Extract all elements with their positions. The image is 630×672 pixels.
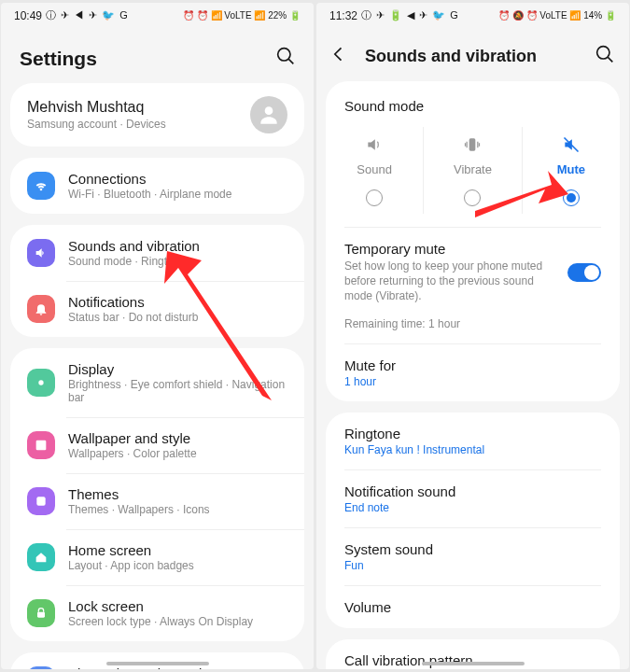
bell-icon	[27, 295, 55, 323]
sound-mode-label: Sound mode	[326, 81, 620, 121]
row-themes[interactable]: Themes Themes · Wallpapers · Icons	[10, 473, 304, 529]
group-display: Display Brightness · Eye comfort shield …	[10, 348, 304, 641]
search-icon[interactable]	[595, 45, 614, 68]
status-time: 10:49	[14, 9, 42, 22]
profile-card[interactable]: Mehvish Mushtaq Samsung account · Device…	[10, 83, 304, 147]
status-bar: 10:49 ⓘ ✈ ◀ ✈ 🐦 G ⏰ ⏰ 📶 VoLTE 📶 22% 🔋	[1, 3, 314, 28]
remaining-time: Remaining time: 1 hour	[326, 317, 620, 343]
page-title: Sounds and vibration	[365, 47, 579, 66]
radio-sound[interactable]	[366, 189, 383, 206]
page-title: Settings	[20, 48, 97, 70]
mode-vibrate[interactable]: Vibrate	[423, 127, 521, 214]
profile-name: Mehvish Mushtaq	[27, 99, 166, 116]
vibrate-icon	[462, 134, 483, 155]
image-icon	[27, 431, 55, 459]
temporary-mute-row[interactable]: Temporary mute Set how long to keep your…	[326, 228, 620, 317]
avatar	[250, 96, 287, 133]
home-icon	[27, 543, 55, 571]
radio-vibrate[interactable]	[464, 189, 481, 206]
system-sound-row[interactable]: System sound Fun	[326, 528, 620, 585]
svg-rect-6	[469, 138, 476, 150]
mute-icon	[561, 134, 581, 155]
row-lock-screen[interactable]: Lock screen Screen lock type · Always On…	[10, 585, 304, 641]
volume-row[interactable]: Volume	[326, 586, 620, 628]
search-icon[interactable]	[276, 47, 295, 70]
lock-icon	[27, 599, 55, 627]
gesture-bar	[106, 662, 209, 665]
row-home-screen[interactable]: Home screen Layout · App icon badges	[10, 529, 304, 585]
group-connections: Connections Wi-Fi · Bluetooth · Airplane…	[10, 158, 304, 214]
status-icons-left: ⓘ ✈ 🔋 ◀ ✈ 🐦 G	[361, 8, 459, 22]
row-notifications[interactable]: Notifications Status bar · Do not distur…	[10, 281, 304, 337]
status-bar: 11:32 ⓘ ✈ 🔋 ◀ ✈ 🐦 G ⏰ 🔕 ⏰ VoLTE 📶 14% 🔋	[316, 3, 629, 28]
svg-point-0	[265, 106, 273, 115]
group-biometrics: Biometrics and security Face recognition…	[10, 652, 304, 669]
group-sounds: Sounds and vibration Sound mode · Ringto…	[10, 225, 304, 337]
palette-icon	[27, 487, 55, 515]
radio-mute[interactable]	[563, 189, 580, 206]
sun-icon	[27, 369, 55, 397]
sounds-screen: 11:32 ⓘ ✈ 🔋 ◀ ✈ 🐦 G ⏰ 🔕 ⏰ VoLTE 📶 14% 🔋 …	[316, 3, 629, 669]
notification-sound-row[interactable]: Notification sound End note	[326, 470, 620, 527]
settings-screen: 10:49 ⓘ ✈ ◀ ✈ 🐦 G ⏰ ⏰ 📶 VoLTE 📶 22% 🔋 Se…	[1, 3, 314, 669]
sound-mode-card: Sound mode Sound Vibrate Mute	[326, 81, 620, 401]
profile-sub: Samsung account · Devices	[27, 118, 166, 131]
wifi-icon	[27, 172, 55, 200]
back-button[interactable]	[329, 45, 348, 68]
row-biometrics[interactable]: Biometrics and security Face recognition…	[10, 652, 304, 669]
row-display[interactable]: Display Brightness · Eye comfort shield …	[10, 348, 304, 417]
mute-for-row[interactable]: Mute for 1 hour	[326, 344, 620, 401]
mode-sound[interactable]: Sound	[326, 127, 423, 214]
status-time: 11:32	[329, 9, 357, 22]
sound-icon	[364, 134, 385, 155]
status-icons-right: ⏰ 🔕 ⏰ VoLTE 📶 14% 🔋	[498, 10, 616, 21]
status-icons-right: ⏰ ⏰ 📶 VoLTE 📶 22% 🔋	[183, 10, 301, 21]
svg-rect-4	[36, 497, 45, 505]
svg-point-1	[38, 380, 43, 385]
speaker-icon	[27, 239, 55, 267]
mode-mute[interactable]: Mute	[522, 127, 620, 214]
sounds-card: Ringtone Kun Faya kun ! Instrumental Not…	[326, 413, 620, 628]
row-sounds-vibration[interactable]: Sounds and vibration Sound mode · Ringto…	[10, 225, 304, 281]
ringtone-row[interactable]: Ringtone Kun Faya kun ! Instrumental	[326, 413, 620, 469]
gesture-bar	[422, 662, 525, 665]
row-wallpaper[interactable]: Wallpaper and style Wallpapers · Color p…	[10, 417, 304, 473]
svg-point-3	[38, 442, 40, 444]
row-connections[interactable]: Connections Wi-Fi · Bluetooth · Airplane…	[10, 158, 304, 214]
status-icons-left: ⓘ ✈ ◀ ✈ 🐦 G	[46, 8, 129, 22]
svg-rect-5	[37, 612, 45, 618]
temporary-mute-toggle[interactable]	[567, 263, 601, 282]
shield-icon	[27, 666, 55, 669]
